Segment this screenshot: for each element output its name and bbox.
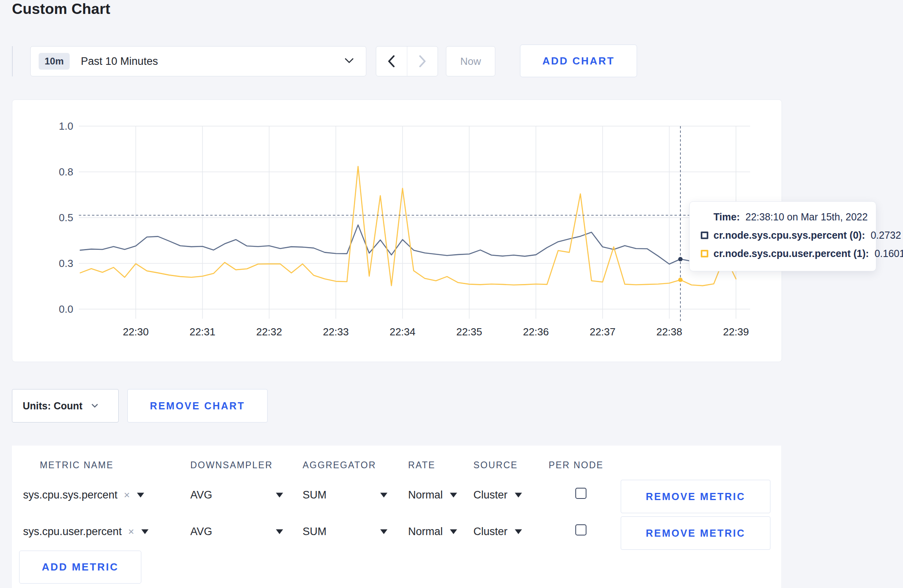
time-range-dropdown[interactable]: 10m Past 10 Minutes xyxy=(30,46,366,76)
chart-card: 0.00.30.50.81.022:3022:3122:3222:3322:34… xyxy=(12,99,782,362)
tooltip-user-value: 0.1601 xyxy=(874,248,903,259)
next-time-button[interactable] xyxy=(407,47,438,76)
remove-metric-button[interactable]: REMOVE METRIC xyxy=(621,480,770,513)
svg-text:22:35: 22:35 xyxy=(456,326,482,338)
time-range-label: Past 10 Minutes xyxy=(81,55,158,68)
source-value: Cluster xyxy=(473,489,508,501)
column-header-downsampler: DOWNSAMPLER xyxy=(190,460,273,471)
add-chart-button[interactable]: ADD CHART xyxy=(520,45,637,77)
metric-name: sys.cpu.sys.percent xyxy=(23,489,117,501)
time-pager xyxy=(376,46,438,76)
series-line-user xyxy=(80,166,736,286)
svg-text:22:33: 22:33 xyxy=(323,326,349,338)
now-button[interactable]: Now xyxy=(446,46,495,76)
add-metric-button[interactable]: ADD METRIC xyxy=(19,551,141,584)
column-header-rate: RATE xyxy=(408,460,435,471)
custom-chart-page: Custom Chart 10m Past 10 Minutes Now ADD… xyxy=(0,0,903,588)
column-header-metric-name: METRIC NAME xyxy=(40,460,113,471)
clear-metric-icon[interactable]: × xyxy=(124,489,130,501)
chevron-left-icon xyxy=(388,55,395,67)
tooltip-user-name: cr.node.sys.cpu.user.percent (1): xyxy=(713,248,869,259)
chevron-down-icon xyxy=(137,493,144,497)
cpu-chart[interactable]: 0.00.30.50.81.022:3022:3122:3222:3322:34… xyxy=(12,100,782,362)
toolbar-divider xyxy=(12,46,13,76)
chevron-right-icon xyxy=(419,55,426,67)
x-gridlines: 22:3022:3122:3222:3322:3422:3522:3622:37… xyxy=(123,126,749,338)
tooltip-sys-name: cr.node.sys.cpu.sys.percent (0): xyxy=(713,230,865,241)
svg-text:22:31: 22:31 xyxy=(190,326,215,338)
chevron-down-icon xyxy=(276,493,283,497)
aggregator-select[interactable]: SUM xyxy=(303,489,387,501)
svg-text:22:30: 22:30 xyxy=(123,326,149,338)
rate-select[interactable]: Normal xyxy=(408,526,457,538)
column-header-aggregator: AGGREGATOR xyxy=(303,460,376,471)
per-node-checkbox[interactable] xyxy=(575,488,586,499)
chevron-down-icon xyxy=(515,493,522,497)
tooltip-series-row: cr.node.sys.cpu.sys.percent (0): 0.2732 xyxy=(701,230,876,241)
prev-time-button[interactable] xyxy=(376,47,407,76)
user-series-swatch-icon xyxy=(701,250,708,257)
svg-text:22:34: 22:34 xyxy=(389,326,415,338)
chevron-down-icon xyxy=(450,493,457,497)
svg-text:22:32: 22:32 xyxy=(256,326,282,338)
chevron-down-icon xyxy=(276,529,283,534)
svg-text:22:37: 22:37 xyxy=(590,326,616,338)
svg-text:0.3: 0.3 xyxy=(59,257,73,269)
svg-text:0.8: 0.8 xyxy=(59,166,73,178)
rate-value: Normal xyxy=(408,489,443,501)
source-select[interactable]: Cluster xyxy=(473,489,522,501)
units-dropdown[interactable]: Units: Count xyxy=(12,389,119,423)
tooltip-series-row: cr.node.sys.cpu.user.percent (1): 0.1601 xyxy=(701,248,876,259)
time-range-badge: 10m xyxy=(39,53,70,70)
remove-chart-button[interactable]: REMOVE CHART xyxy=(127,389,268,423)
remove-metric-button[interactable]: REMOVE METRIC xyxy=(621,516,770,550)
table-row: sys.cpu.user.percent × AVG SUM Normal Cl… xyxy=(12,513,781,550)
source-select[interactable]: Cluster xyxy=(473,526,522,538)
svg-text:1.0: 1.0 xyxy=(59,120,73,132)
rate-select[interactable]: Normal xyxy=(408,489,457,501)
chevron-down-icon xyxy=(515,529,522,534)
units-label: Units: Count xyxy=(23,400,82,412)
chevron-down-icon xyxy=(380,493,387,497)
page-title: Custom Chart xyxy=(12,1,110,18)
table-row: sys.cpu.sys.percent × AVG SUM Normal Clu… xyxy=(12,477,781,513)
metric-name: sys.cpu.user.percent xyxy=(23,526,122,538)
svg-text:22:39: 22:39 xyxy=(723,326,749,338)
per-node-checkbox[interactable] xyxy=(575,524,586,535)
crosshair xyxy=(79,126,750,323)
column-header-per-node: PER NODE xyxy=(549,460,604,471)
clear-metric-icon[interactable]: × xyxy=(128,526,134,538)
downsampler-select[interactable]: AVG xyxy=(190,489,283,501)
svg-text:0.0: 0.0 xyxy=(59,303,73,315)
chevron-down-icon xyxy=(344,58,354,65)
chevron-down-icon xyxy=(380,529,387,534)
rate-value: Normal xyxy=(408,526,443,538)
tooltip-time-row: Time: 22:38:10 on Mar 15th, 2022 xyxy=(713,211,876,223)
metric-select[interactable]: sys.cpu.sys.percent × xyxy=(23,489,144,501)
hover-dot-user xyxy=(678,278,682,282)
svg-text:22:38: 22:38 xyxy=(656,326,682,338)
svg-text:22:36: 22:36 xyxy=(523,326,549,338)
aggregator-select[interactable]: SUM xyxy=(303,526,387,538)
chevron-down-icon xyxy=(450,529,457,534)
svg-text:0.5: 0.5 xyxy=(59,212,73,224)
aggregator-value: SUM xyxy=(303,526,326,538)
aggregator-value: SUM xyxy=(303,489,326,501)
chart-tooltip: Time: 22:38:10 on Mar 15th, 2022 cr.node… xyxy=(689,201,876,271)
downsampler-value: AVG xyxy=(190,526,212,538)
y-gridlines: 0.00.30.50.81.0 xyxy=(59,120,750,315)
hover-dot-sys xyxy=(678,257,682,261)
downsampler-value: AVG xyxy=(190,489,212,501)
metric-select[interactable]: sys.cpu.user.percent × xyxy=(23,526,149,538)
tooltip-time-label: Time: xyxy=(713,211,740,223)
source-value: Cluster xyxy=(473,526,508,538)
chevron-down-icon xyxy=(141,529,149,534)
chevron-down-icon xyxy=(91,402,98,409)
sys-series-swatch-icon xyxy=(701,232,708,239)
column-header-source: SOURCE xyxy=(473,460,518,471)
tooltip-sys-value: 0.2732 xyxy=(871,230,901,241)
tooltip-time-value: 22:38:10 on Mar 15th, 2022 xyxy=(745,211,868,223)
downsampler-select[interactable]: AVG xyxy=(190,526,283,538)
